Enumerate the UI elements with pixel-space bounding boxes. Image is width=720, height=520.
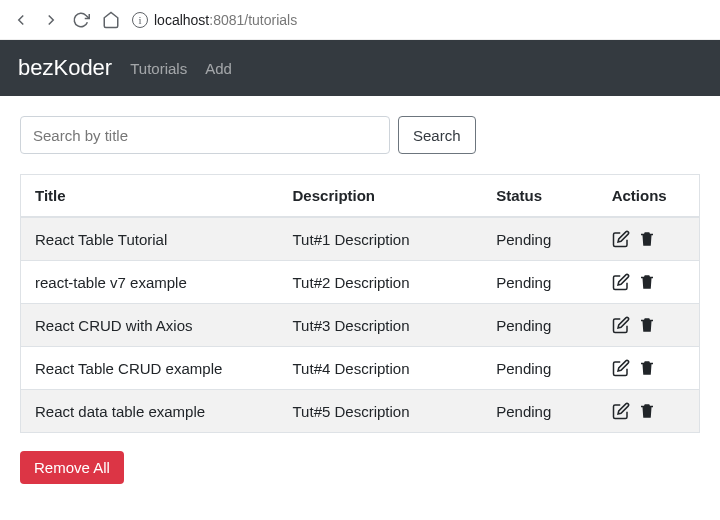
cell-title: React Table Tutorial — [21, 217, 279, 261]
tutorials-table: Title Description Status Actions React T… — [20, 174, 700, 433]
col-header-status: Status — [482, 175, 597, 218]
col-header-title: Title — [21, 175, 279, 218]
table-row: React Table CRUD exampleTut#4 Descriptio… — [21, 347, 700, 390]
cell-status: Pending — [482, 261, 597, 304]
delete-icon[interactable] — [638, 359, 656, 377]
cell-status: Pending — [482, 217, 597, 261]
cell-actions — [598, 390, 700, 433]
cell-actions — [598, 304, 700, 347]
cell-description: Tut#1 Description — [279, 217, 483, 261]
cell-description: Tut#5 Description — [279, 390, 483, 433]
col-header-actions: Actions — [598, 175, 700, 218]
cell-actions — [598, 347, 700, 390]
navbar-brand[interactable]: bezKoder — [18, 55, 112, 81]
table-row: react-table v7 exampleTut#2 DescriptionP… — [21, 261, 700, 304]
table-row: React data table exampleTut#5 Descriptio… — [21, 390, 700, 433]
cell-title: React data table example — [21, 390, 279, 433]
cell-title: React CRUD with Axios — [21, 304, 279, 347]
edit-icon[interactable] — [612, 273, 630, 291]
cell-status: Pending — [482, 390, 597, 433]
browser-chrome: i localhost:8081/tutorials — [0, 0, 720, 40]
edit-icon[interactable] — [612, 316, 630, 334]
nav-link-add[interactable]: Add — [205, 60, 232, 77]
cell-title: React Table CRUD example — [21, 347, 279, 390]
cell-description: Tut#2 Description — [279, 261, 483, 304]
delete-icon[interactable] — [638, 273, 656, 291]
edit-icon[interactable] — [612, 359, 630, 377]
url-text: localhost:8081/tutorials — [154, 12, 297, 28]
edit-icon[interactable] — [612, 230, 630, 248]
navbar: bezKoder Tutorials Add — [0, 40, 720, 96]
col-header-description: Description — [279, 175, 483, 218]
search-row: Search — [20, 116, 700, 154]
back-icon[interactable] — [12, 11, 30, 29]
delete-icon[interactable] — [638, 316, 656, 334]
cell-description: Tut#3 Description — [279, 304, 483, 347]
main-container: Search Title Description Status Actions … — [0, 96, 720, 504]
site-info-icon[interactable]: i — [132, 12, 148, 28]
remove-all-button[interactable]: Remove All — [20, 451, 124, 484]
delete-icon[interactable] — [638, 230, 656, 248]
cell-status: Pending — [482, 347, 597, 390]
cell-status: Pending — [482, 304, 597, 347]
cell-title: react-table v7 example — [21, 261, 279, 304]
search-button[interactable]: Search — [398, 116, 476, 154]
edit-icon[interactable] — [612, 402, 630, 420]
table-row: React CRUD with AxiosTut#3 DescriptionPe… — [21, 304, 700, 347]
table-header-row: Title Description Status Actions — [21, 175, 700, 218]
reload-icon[interactable] — [72, 11, 90, 29]
cell-description: Tut#4 Description — [279, 347, 483, 390]
cell-actions — [598, 217, 700, 261]
cell-actions — [598, 261, 700, 304]
url-bar[interactable]: i localhost:8081/tutorials — [132, 12, 708, 28]
home-icon[interactable] — [102, 11, 120, 29]
nav-link-tutorials[interactable]: Tutorials — [130, 60, 187, 77]
search-input[interactable] — [20, 116, 390, 154]
table-row: React Table TutorialTut#1 DescriptionPen… — [21, 217, 700, 261]
delete-icon[interactable] — [638, 402, 656, 420]
forward-icon[interactable] — [42, 11, 60, 29]
